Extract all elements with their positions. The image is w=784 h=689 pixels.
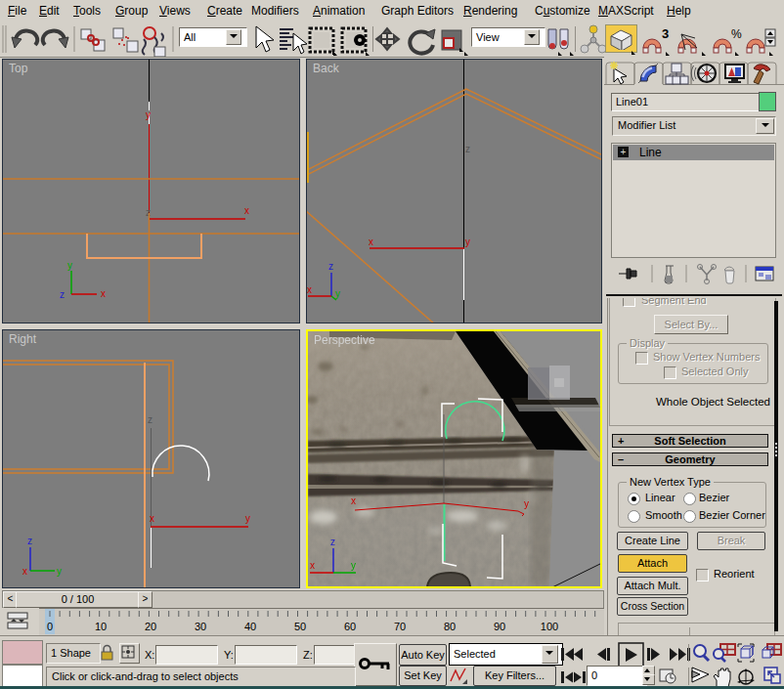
svg-text:50: 50 [294, 621, 306, 632]
svg-text:y: y [67, 260, 72, 271]
svg-text:x: x [307, 284, 312, 295]
svg-text:z: z [330, 537, 335, 547]
svg-text:x: x [101, 288, 106, 299]
svg-text:10: 10 [95, 621, 107, 632]
svg-text:z: z [465, 144, 470, 154]
svg-text:y: y [335, 288, 340, 299]
svg-text:x: x [22, 566, 27, 577]
svg-text:100: 100 [541, 621, 558, 632]
svg-text:x: x [369, 237, 373, 247]
svg-text:y: y [524, 498, 529, 509]
svg-text:0: 0 [47, 621, 53, 632]
svg-text:y: y [146, 109, 151, 120]
svg-text:x: x [150, 513, 154, 524]
svg-text:60: 60 [344, 621, 356, 632]
svg-text:y: y [465, 237, 470, 247]
svg-text:x: x [351, 495, 356, 506]
svg-text:x: x [244, 205, 249, 216]
svg-text:80: 80 [444, 621, 456, 632]
svg-text:40: 40 [244, 621, 256, 632]
svg-text:30: 30 [195, 621, 206, 632]
svg-text:70: 70 [394, 621, 406, 632]
svg-text:y: y [351, 560, 356, 571]
svg-text:z: z [148, 414, 152, 425]
svg-text:x: x [310, 560, 315, 571]
svg-text:y: y [245, 513, 250, 524]
svg-text:20: 20 [145, 621, 156, 632]
svg-text:z: z [27, 536, 32, 546]
svg-text:90: 90 [494, 621, 505, 632]
svg-text:y: y [57, 566, 62, 577]
svg-text:z: z [328, 261, 333, 272]
svg-text:z: z [60, 289, 65, 300]
